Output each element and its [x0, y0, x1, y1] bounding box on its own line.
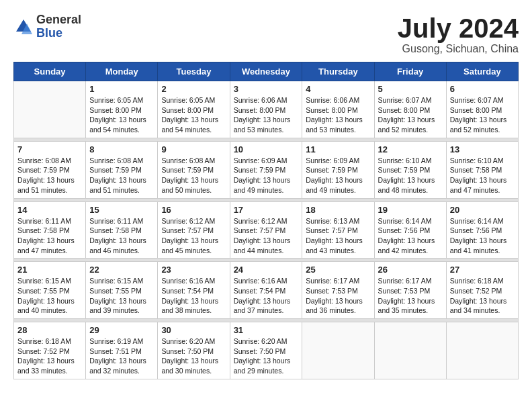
day-number: 22 [89, 265, 154, 275]
calendar-cell: 17Sunrise: 6:12 AMSunset: 7:57 PMDayligh… [230, 201, 302, 259]
calendar-cell: 9Sunrise: 6:08 AMSunset: 7:59 PMDaylight… [158, 141, 230, 198]
calendar-cell: 6Sunrise: 6:07 AMSunset: 8:00 PMDaylight… [446, 81, 518, 138]
day-number: 15 [89, 205, 154, 215]
day-info: Sunrise: 6:16 AMSunset: 7:54 PMDaylight:… [234, 276, 299, 316]
day-number: 14 [17, 205, 82, 215]
calendar-cell [374, 322, 446, 379]
calendar-cell: 24Sunrise: 6:16 AMSunset: 7:54 PMDayligh… [230, 262, 302, 319]
day-number: 17 [234, 205, 299, 215]
weekday-header-tuesday: Tuesday [158, 62, 230, 81]
calendar-cell: 21Sunrise: 6:15 AMSunset: 7:55 PMDayligh… [14, 262, 86, 319]
day-number: 1 [89, 84, 154, 94]
day-number: 10 [234, 144, 299, 154]
logo: General Blue [13, 13, 81, 40]
calendar-week-row-1: 1Sunrise: 6:05 AMSunset: 8:00 PMDaylight… [14, 81, 519, 138]
calendar-table: SundayMondayTuesdayWednesdayThursdayFrid… [13, 62, 519, 379]
calendar-cell [14, 81, 86, 138]
page-header: General Blue July 2024 Gusong, Sichuan, … [13, 13, 519, 55]
weekday-header-saturday: Saturday [446, 62, 518, 81]
day-info: Sunrise: 6:10 AMSunset: 7:59 PMDaylight:… [378, 156, 443, 195]
calendar-cell [446, 322, 518, 379]
day-info: Sunrise: 6:20 AMSunset: 7:50 PMDaylight:… [234, 336, 299, 376]
day-info: Sunrise: 6:15 AMSunset: 7:55 PMDaylight:… [89, 276, 154, 316]
day-number: 6 [450, 84, 515, 94]
day-info: Sunrise: 6:17 AMSunset: 7:53 PMDaylight:… [378, 276, 443, 316]
calendar-week-row-3: 14Sunrise: 6:11 AMSunset: 7:58 PMDayligh… [14, 201, 519, 259]
day-info: Sunrise: 6:08 AMSunset: 7:59 PMDaylight:… [161, 156, 226, 195]
calendar-cell: 29Sunrise: 6:19 AMSunset: 7:51 PMDayligh… [86, 322, 158, 379]
weekday-header-row: SundayMondayTuesdayWednesdayThursdayFrid… [14, 62, 519, 81]
day-info: Sunrise: 6:18 AMSunset: 7:52 PMDaylight:… [450, 276, 515, 316]
calendar-cell: 15Sunrise: 6:11 AMSunset: 7:58 PMDayligh… [86, 201, 158, 259]
weekday-header-wednesday: Wednesday [230, 62, 302, 81]
location-subtitle: Gusong, Sichuan, China [398, 43, 519, 55]
calendar-cell: 2Sunrise: 6:05 AMSunset: 8:00 PMDaylight… [158, 81, 230, 138]
day-info: Sunrise: 6:11 AMSunset: 7:58 PMDaylight:… [17, 216, 82, 256]
calendar-cell: 25Sunrise: 6:17 AMSunset: 7:53 PMDayligh… [302, 262, 374, 319]
day-number: 12 [378, 144, 443, 154]
weekday-header-thursday: Thursday [302, 62, 374, 81]
calendar-week-row-4: 21Sunrise: 6:15 AMSunset: 7:55 PMDayligh… [14, 262, 519, 319]
day-number: 26 [378, 265, 443, 275]
calendar-cell: 26Sunrise: 6:17 AMSunset: 7:53 PMDayligh… [374, 262, 446, 319]
day-number: 29 [89, 325, 154, 335]
day-info: Sunrise: 6:15 AMSunset: 7:55 PMDaylight:… [17, 276, 82, 316]
day-info: Sunrise: 6:11 AMSunset: 7:58 PMDaylight:… [89, 216, 154, 256]
calendar-cell: 7Sunrise: 6:08 AMSunset: 7:59 PMDaylight… [14, 141, 86, 198]
day-info: Sunrise: 6:09 AMSunset: 7:59 PMDaylight:… [234, 156, 299, 195]
day-number: 9 [161, 144, 226, 154]
logo-icon [13, 17, 34, 37]
day-number: 30 [161, 325, 226, 335]
calendar-cell: 11Sunrise: 6:09 AMSunset: 7:59 PMDayligh… [302, 141, 374, 198]
day-info: Sunrise: 6:08 AMSunset: 7:59 PMDaylight:… [17, 156, 82, 195]
weekday-header-monday: Monday [86, 62, 158, 81]
calendar-cell: 1Sunrise: 6:05 AMSunset: 8:00 PMDaylight… [86, 81, 158, 138]
day-info: Sunrise: 6:09 AMSunset: 7:59 PMDaylight:… [306, 156, 370, 195]
day-info: Sunrise: 6:05 AMSunset: 8:00 PMDaylight:… [161, 95, 226, 135]
calendar-cell: 10Sunrise: 6:09 AMSunset: 7:59 PMDayligh… [230, 141, 302, 198]
calendar-cell: 23Sunrise: 6:16 AMSunset: 7:54 PMDayligh… [158, 262, 230, 319]
logo-text: General Blue [36, 13, 81, 40]
month-year-title: July 2024 [398, 13, 519, 43]
day-info: Sunrise: 6:19 AMSunset: 7:51 PMDaylight:… [89, 336, 154, 376]
calendar-week-row-5: 28Sunrise: 6:18 AMSunset: 7:52 PMDayligh… [14, 322, 519, 379]
calendar-week-row-2: 7Sunrise: 6:08 AMSunset: 7:59 PMDaylight… [14, 141, 519, 198]
day-number: 8 [89, 144, 154, 154]
day-number: 2 [161, 84, 226, 94]
day-number: 25 [306, 265, 370, 275]
logo-blue: Blue [36, 27, 81, 40]
day-info: Sunrise: 6:16 AMSunset: 7:54 PMDaylight:… [161, 276, 226, 316]
day-info: Sunrise: 6:07 AMSunset: 8:00 PMDaylight:… [378, 95, 443, 135]
logo-general: General [36, 13, 81, 27]
day-number: 21 [17, 265, 82, 275]
day-number: 28 [17, 325, 82, 335]
calendar-cell: 14Sunrise: 6:11 AMSunset: 7:58 PMDayligh… [14, 201, 86, 259]
calendar-cell: 22Sunrise: 6:15 AMSunset: 7:55 PMDayligh… [86, 262, 158, 319]
calendar-cell: 30Sunrise: 6:20 AMSunset: 7:50 PMDayligh… [158, 322, 230, 379]
weekday-header-sunday: Sunday [14, 62, 86, 81]
day-number: 20 [450, 205, 515, 215]
day-info: Sunrise: 6:07 AMSunset: 8:00 PMDaylight:… [450, 95, 515, 135]
day-number: 13 [450, 144, 515, 154]
calendar-cell: 4Sunrise: 6:06 AMSunset: 8:00 PMDaylight… [302, 81, 374, 138]
day-info: Sunrise: 6:13 AMSunset: 7:57 PMDaylight:… [306, 216, 370, 256]
calendar-cell: 3Sunrise: 6:06 AMSunset: 8:00 PMDaylight… [230, 81, 302, 138]
calendar-cell: 20Sunrise: 6:14 AMSunset: 7:56 PMDayligh… [446, 201, 518, 259]
day-number: 23 [161, 265, 226, 275]
day-number: 5 [378, 84, 443, 94]
day-info: Sunrise: 6:18 AMSunset: 7:52 PMDaylight:… [17, 336, 82, 376]
weekday-header-friday: Friday [374, 62, 446, 81]
day-info: Sunrise: 6:20 AMSunset: 7:50 PMDaylight:… [161, 336, 226, 376]
title-section: July 2024 Gusong, Sichuan, China [398, 13, 519, 55]
day-info: Sunrise: 6:08 AMSunset: 7:59 PMDaylight:… [89, 156, 154, 195]
calendar-cell: 8Sunrise: 6:08 AMSunset: 7:59 PMDaylight… [86, 141, 158, 198]
calendar-cell: 31Sunrise: 6:20 AMSunset: 7:50 PMDayligh… [230, 322, 302, 379]
day-number: 3 [234, 84, 299, 94]
calendar-cell: 19Sunrise: 6:14 AMSunset: 7:56 PMDayligh… [374, 201, 446, 259]
day-info: Sunrise: 6:12 AMSunset: 7:57 PMDaylight:… [234, 216, 299, 256]
calendar-cell [302, 322, 374, 379]
calendar-cell: 12Sunrise: 6:10 AMSunset: 7:59 PMDayligh… [374, 141, 446, 198]
calendar-cell: 27Sunrise: 6:18 AMSunset: 7:52 PMDayligh… [446, 262, 518, 319]
calendar-cell: 28Sunrise: 6:18 AMSunset: 7:52 PMDayligh… [14, 322, 86, 379]
day-number: 4 [306, 84, 370, 94]
